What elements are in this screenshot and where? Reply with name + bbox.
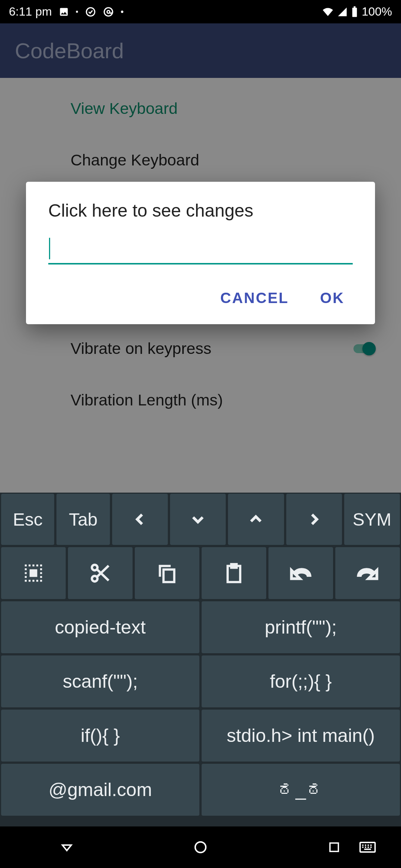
keyboard: Esc Tab SYM (0, 493, 401, 826)
text-cursor (49, 238, 50, 259)
dialog: Click here to see changes CANCEL OK (26, 182, 375, 324)
image-icon (59, 7, 69, 17)
cut-icon (89, 562, 111, 584)
dot-icon: • (121, 7, 124, 17)
ok-button[interactable]: OK (316, 283, 349, 313)
battery-icon (351, 6, 358, 17)
key-arrow-right[interactable] (286, 494, 342, 545)
key-cut[interactable] (68, 547, 133, 599)
cancel-button[interactable]: CANCEL (216, 283, 293, 313)
key-snippet-printf[interactable]: printf(""); (202, 601, 400, 653)
svg-rect-3 (352, 7, 357, 17)
checkmark-circle-icon (85, 6, 96, 17)
status-bar: 6:11 pm ▪ • 100% (0, 0, 401, 23)
key-snippet-for[interactable]: for(;;){ } (202, 655, 400, 707)
key-snippet-scanf[interactable]: scanf(""); (1, 655, 199, 707)
svg-point-1 (104, 7, 113, 16)
at-circle-icon (103, 6, 114, 17)
key-snippet-if[interactable]: if(){ } (1, 710, 199, 762)
nav-home-button[interactable] (178, 836, 223, 858)
copy-icon (156, 562, 178, 584)
signal-icon (337, 7, 348, 17)
svg-rect-4 (354, 6, 356, 8)
svg-rect-10 (231, 564, 237, 568)
svg-point-6 (92, 576, 98, 582)
key-arrow-left[interactable] (112, 494, 168, 545)
key-esc[interactable]: Esc (1, 494, 54, 545)
wifi-icon (322, 6, 333, 17)
navigation-bar (0, 826, 401, 868)
small-dot-icon: ▪ (76, 7, 78, 16)
keyboard-icon (359, 841, 376, 853)
svg-point-11 (195, 842, 206, 853)
battery-percent: 100% (362, 5, 392, 19)
key-undo[interactable] (268, 547, 333, 599)
key-copy[interactable] (135, 547, 199, 599)
chevron-up-icon (248, 511, 264, 527)
chevron-left-icon (132, 511, 148, 527)
key-snippet-gmail[interactable]: @gmail.com (1, 764, 199, 816)
status-time: 6:11 pm (9, 5, 52, 19)
select-all-icon (22, 562, 45, 585)
key-select-all[interactable] (1, 547, 66, 599)
key-snippet-copied-text[interactable]: copied-text (1, 601, 199, 653)
key-paste[interactable] (202, 547, 266, 599)
chevron-right-icon (306, 511, 322, 527)
key-sym[interactable]: SYM (344, 494, 400, 545)
recent-square-icon (328, 841, 340, 854)
key-tab[interactable]: Tab (56, 494, 110, 545)
svg-point-7 (92, 565, 98, 571)
dialog-text-input[interactable] (48, 236, 353, 263)
key-redo[interactable] (335, 547, 400, 599)
key-arrow-down[interactable] (170, 494, 226, 545)
svg-rect-12 (330, 843, 339, 852)
home-circle-icon (193, 840, 208, 854)
key-snippet-face[interactable]: ಠ_ಠ (202, 764, 400, 816)
dialog-title: Click here to see changes (48, 200, 353, 221)
key-snippet-stdio[interactable]: stdio.h> int main() (202, 710, 400, 762)
key-arrow-up[interactable] (228, 494, 284, 545)
redo-icon (356, 566, 379, 581)
clipboard-icon (223, 562, 245, 584)
undo-icon (289, 566, 312, 581)
svg-rect-8 (163, 569, 174, 582)
nav-back-button[interactable] (45, 836, 89, 858)
dialog-input-wrapper[interactable] (48, 236, 353, 264)
svg-rect-5 (30, 569, 38, 577)
nav-keyboard-switch-button[interactable] (345, 836, 390, 858)
back-triangle-down-icon (60, 841, 74, 854)
chevron-down-icon (190, 511, 206, 527)
